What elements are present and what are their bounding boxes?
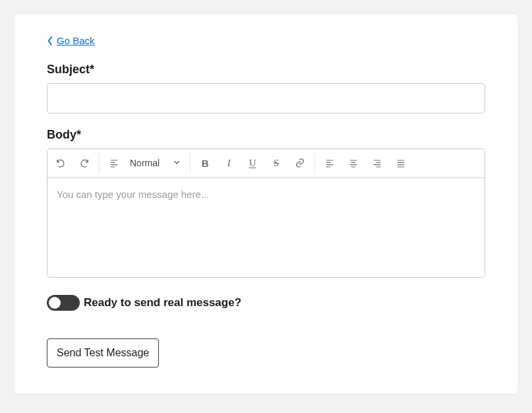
heading-value: Normal (130, 158, 160, 168)
ready-toggle-label: Ready to send real message? (84, 296, 241, 309)
toolbar-separator (190, 153, 191, 174)
redo-icon[interactable] (73, 149, 96, 177)
toggle-knob (49, 297, 61, 309)
bold-button[interactable]: B (193, 149, 217, 177)
strike-button[interactable]: S (264, 149, 288, 177)
ready-toggle[interactable] (47, 295, 80, 311)
chevron-left-icon (47, 36, 54, 46)
subject-input[interactable] (47, 83, 485, 113)
align-left-icon[interactable] (318, 149, 341, 177)
body-label: Body* (47, 128, 485, 142)
link-icon[interactable] (288, 149, 312, 177)
go-back-link[interactable]: Go Back (47, 35, 95, 46)
toolbar-separator (99, 153, 100, 174)
compose-card: Go Back Subject* Body* (13, 13, 519, 395)
undo-icon[interactable] (49, 149, 73, 177)
align-left-icon[interactable] (102, 149, 126, 177)
go-back-label: Go Back (57, 35, 95, 46)
align-right-icon[interactable] (365, 149, 389, 177)
heading-select[interactable]: Normal (126, 149, 187, 177)
editor-toolbar: Normal B I U S (47, 149, 485, 178)
underline-button[interactable]: U (241, 149, 264, 177)
subject-label: Subject* (47, 63, 485, 77)
toolbar-separator (314, 153, 315, 174)
chevron-down-icon (173, 158, 181, 168)
align-center-icon[interactable] (341, 149, 365, 177)
italic-button[interactable]: I (217, 149, 241, 177)
align-justify-icon[interactable] (389, 149, 413, 177)
send-test-button[interactable]: Send Test Message (47, 338, 159, 367)
ready-toggle-row: Ready to send real message? (47, 295, 485, 311)
body-input[interactable]: You can type your message here... (47, 178, 485, 277)
rich-text-editor: Normal B I U S (47, 148, 485, 278)
